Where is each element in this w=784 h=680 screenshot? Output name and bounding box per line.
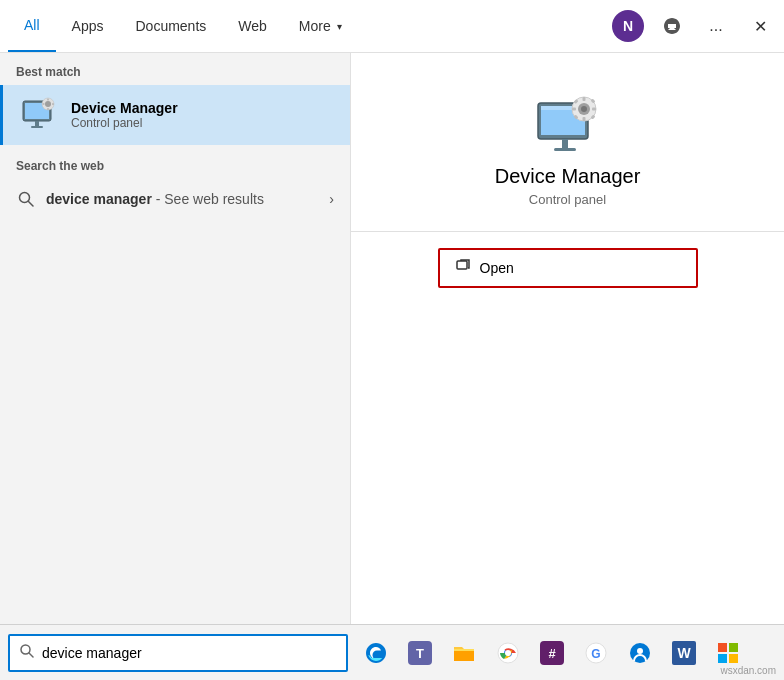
best-match-item[interactable]: Device Manager Control panel: [0, 85, 350, 145]
open-icon: [456, 258, 472, 278]
taskbar-windows[interactable]: [708, 633, 748, 673]
device-manager-large-icon: [532, 93, 604, 165]
chevron-down-icon: ▾: [337, 21, 342, 32]
avatar[interactable]: N: [612, 10, 644, 42]
web-result-text: device manager - See web results: [46, 191, 264, 207]
close-label: ✕: [754, 17, 767, 36]
close-icon[interactable]: ✕: [744, 10, 776, 42]
svg-rect-20: [582, 97, 585, 101]
open-button[interactable]: Open: [438, 248, 698, 288]
search-input[interactable]: [42, 645, 336, 661]
svg-rect-2: [35, 121, 39, 126]
search-bar[interactable]: [8, 634, 348, 672]
app-title: Device Manager: [495, 165, 641, 188]
svg-text:W: W: [677, 645, 691, 661]
feedback-icon[interactable]: [656, 10, 688, 42]
svg-point-34: [505, 650, 511, 656]
svg-rect-22: [572, 108, 576, 111]
open-label: Open: [480, 260, 514, 276]
taskbar-remote[interactable]: [620, 633, 660, 673]
tab-documents-label: Documents: [135, 18, 206, 34]
svg-line-11: [29, 202, 34, 207]
svg-rect-9: [52, 103, 54, 105]
app-subtitle: Control panel: [529, 192, 606, 207]
svg-point-19: [581, 106, 587, 112]
top-nav: All Apps Documents Web More ▾ N ... ✕: [0, 0, 784, 53]
taskbar-slack[interactable]: #: [532, 633, 572, 673]
svg-text:G: G: [591, 647, 600, 661]
web-search-icon: [16, 189, 36, 209]
chevron-right-icon: ›: [329, 191, 334, 207]
taskbar-word[interactable]: W: [664, 633, 704, 673]
svg-rect-3: [31, 126, 43, 128]
avatar-letter: N: [623, 18, 633, 34]
taskbar-google[interactable]: G: [576, 633, 616, 673]
left-panel: Best match: [0, 53, 350, 624]
best-match-subtitle: Control panel: [71, 116, 178, 130]
tab-all[interactable]: All: [8, 0, 56, 52]
taskbar-chrome[interactable]: [488, 633, 528, 673]
tab-web-label: Web: [238, 18, 267, 34]
tab-all-label: All: [24, 17, 40, 33]
dots-label: ...: [709, 17, 722, 35]
svg-rect-8: [43, 103, 45, 105]
device-manager-icon: [19, 95, 59, 135]
divider: [351, 231, 784, 232]
search-bar-icon: [20, 644, 34, 661]
dots-icon[interactable]: ...: [700, 10, 732, 42]
taskbar-explorer[interactable]: [444, 633, 484, 673]
best-match-label: Best match: [0, 53, 350, 85]
svg-rect-45: [718, 654, 727, 663]
svg-rect-21: [582, 117, 585, 121]
web-result-item[interactable]: device manager - See web results ›: [0, 179, 350, 219]
best-match-title: Device Manager: [71, 100, 178, 116]
taskbar-edge[interactable]: [356, 633, 396, 673]
taskbar-apps: T #: [356, 633, 748, 673]
svg-text:T: T: [416, 646, 424, 661]
svg-rect-7: [47, 108, 49, 110]
best-match-text: Device Manager Control panel: [71, 100, 178, 130]
tab-apps[interactable]: Apps: [56, 0, 120, 52]
svg-rect-44: [729, 643, 738, 652]
taskbar: T #: [0, 624, 784, 680]
tab-documents[interactable]: Documents: [119, 0, 222, 52]
tab-apps-label: Apps: [72, 18, 104, 34]
web-result-query: device manager: [46, 191, 152, 207]
web-result-suffix: - See web results: [152, 191, 264, 207]
svg-text:#: #: [548, 646, 556, 661]
svg-rect-16: [554, 148, 576, 151]
taskbar-teams[interactable]: T: [400, 633, 440, 673]
right-panel: Device Manager Control panel Open: [350, 53, 784, 624]
svg-point-5: [45, 101, 51, 107]
svg-rect-46: [729, 654, 738, 663]
tab-more[interactable]: More ▾: [283, 0, 358, 52]
svg-rect-23: [592, 108, 596, 111]
svg-point-40: [637, 648, 643, 654]
svg-rect-28: [457, 261, 467, 269]
svg-line-30: [29, 653, 33, 657]
nav-right-actions: N ... ✕: [612, 10, 776, 42]
main-layout: Best match: [0, 53, 784, 624]
svg-rect-43: [718, 643, 727, 652]
tab-more-label: More: [299, 18, 331, 34]
tab-web[interactable]: Web: [222, 0, 283, 52]
search-web-label: Search the web: [0, 145, 350, 179]
svg-rect-6: [47, 99, 49, 101]
svg-rect-15: [562, 139, 568, 148]
